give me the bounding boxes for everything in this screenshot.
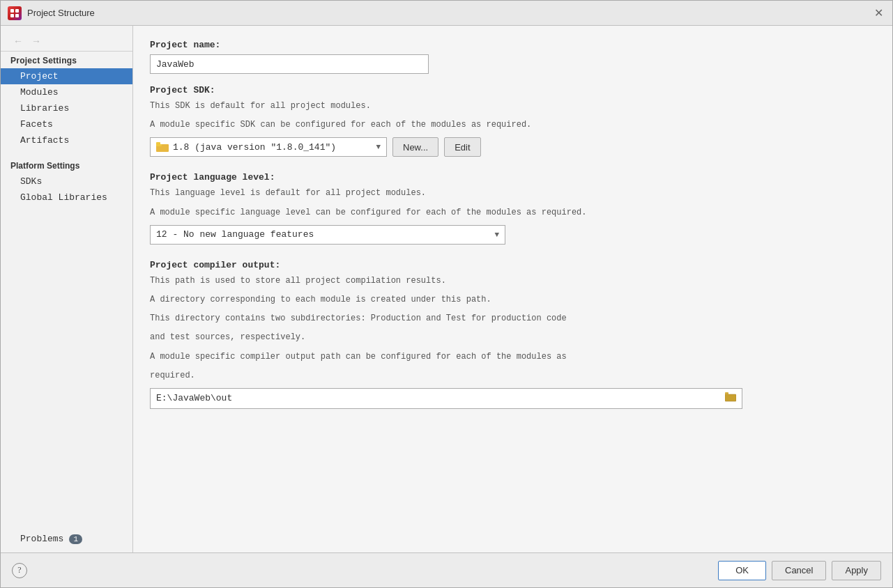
platform-settings-header: Platform Settings xyxy=(1,154,132,173)
close-button[interactable]: ✕ xyxy=(871,6,885,20)
sdk-desc2: A module specific SDK can be configured … xyxy=(150,118,876,132)
ok-button[interactable]: OK xyxy=(718,561,766,580)
main-content: ← → Project Settings Project Modules Lib… xyxy=(1,26,892,552)
compiler-desc6: required. xyxy=(150,369,876,382)
help-button[interactable]: ? xyxy=(12,563,27,578)
language-level-dropdown[interactable]: 12 - No new language features ▼ xyxy=(150,225,505,245)
svg-rect-8 xyxy=(725,392,728,395)
svg-rect-2 xyxy=(10,14,14,17)
project-sdk-label: Project SDK: xyxy=(150,85,876,95)
right-panel: Project name: Project SDK: This SDK is d… xyxy=(133,26,892,552)
project-name-input[interactable] xyxy=(150,54,429,74)
sidebar: ← → Project Settings Project Modules Lib… xyxy=(1,26,133,552)
sidebar-item-libraries[interactable]: Libraries xyxy=(1,100,132,116)
sidebar-item-artifacts[interactable]: Artifacts xyxy=(1,132,132,148)
lang-desc2: A module specific language level can be … xyxy=(150,206,876,219)
cancel-button[interactable]: Cancel xyxy=(772,561,826,580)
nav-divider xyxy=(1,148,132,154)
svg-rect-0 xyxy=(10,9,14,13)
compiler-desc5: A module specific compiler output path c… xyxy=(150,350,876,364)
project-lang-section: Project language level: This language le… xyxy=(150,172,876,244)
output-path-row: E:\JavaWeb\out xyxy=(150,388,742,409)
problems-badge: 1 xyxy=(69,534,82,544)
title-bar: Project Structure ✕ xyxy=(1,1,892,26)
sdk-row: 1.8 (java version "1.8.0_141") ▼ New... … xyxy=(150,137,876,157)
compiler-desc2: A directory corresponding to each module… xyxy=(150,293,876,307)
apply-button[interactable]: Apply xyxy=(832,561,881,580)
new-sdk-button[interactable]: New... xyxy=(392,137,438,157)
compiler-desc4: and test sources, respectively. xyxy=(150,331,876,344)
bottom-left: ? xyxy=(12,563,27,578)
sdk-desc1: This SDK is default for all project modu… xyxy=(150,100,876,113)
folder-icon xyxy=(156,142,169,152)
project-lang-label: Project language level: xyxy=(150,172,876,183)
nav-toolbar: ← → xyxy=(1,31,132,52)
back-button[interactable]: ← xyxy=(10,34,26,48)
dialog-title: Project Structure xyxy=(27,8,95,18)
project-settings-header: Project Settings xyxy=(1,52,132,68)
svg-rect-1 xyxy=(15,9,19,13)
app-icon xyxy=(8,6,22,20)
compiler-desc1: This path is used to store all project c… xyxy=(150,274,876,288)
sidebar-item-sdks[interactable]: SDKs xyxy=(1,173,132,189)
bottom-right: OK Cancel Apply xyxy=(718,561,881,580)
bottom-bar: ? OK Cancel Apply xyxy=(1,552,892,587)
title-bar-left: Project Structure xyxy=(8,6,95,20)
compiler-desc3: This directory contains two subdirectori… xyxy=(150,312,876,325)
project-name-section: Project name: xyxy=(150,40,876,74)
lang-desc1: This language level is default for all p… xyxy=(150,187,876,200)
sidebar-item-project[interactable]: Project xyxy=(1,68,132,84)
edit-sdk-button[interactable]: Edit xyxy=(444,137,480,157)
project-sdk-section: Project SDK: This SDK is default for all… xyxy=(150,85,876,157)
project-structure-dialog: Project Structure ✕ ← → Project Settings… xyxy=(0,0,893,588)
svg-rect-6 xyxy=(156,142,160,145)
sdk-dropdown[interactable]: 1.8 (java version "1.8.0_141") ▼ xyxy=(150,137,387,157)
sidebar-item-problems[interactable]: Problems 1 xyxy=(1,531,132,547)
browse-folder-icon[interactable] xyxy=(725,392,736,404)
forward-button[interactable]: → xyxy=(29,34,44,48)
output-path-value: E:\JavaWeb\out xyxy=(156,393,721,403)
svg-rect-7 xyxy=(725,394,736,401)
sidebar-item-modules[interactable]: Modules xyxy=(1,84,132,100)
sdk-chevron-icon: ▼ xyxy=(376,143,381,151)
lang-chevron-icon: ▼ xyxy=(494,231,499,239)
compiler-output-label: Project compiler output: xyxy=(150,260,876,270)
project-name-label: Project name: xyxy=(150,40,876,50)
sidebar-item-global-libraries[interactable]: Global Libraries xyxy=(1,189,132,206)
compiler-output-section: Project compiler output: This path is us… xyxy=(150,260,876,409)
sidebar-item-facets[interactable]: Facets xyxy=(1,116,132,132)
svg-rect-3 xyxy=(15,14,19,17)
